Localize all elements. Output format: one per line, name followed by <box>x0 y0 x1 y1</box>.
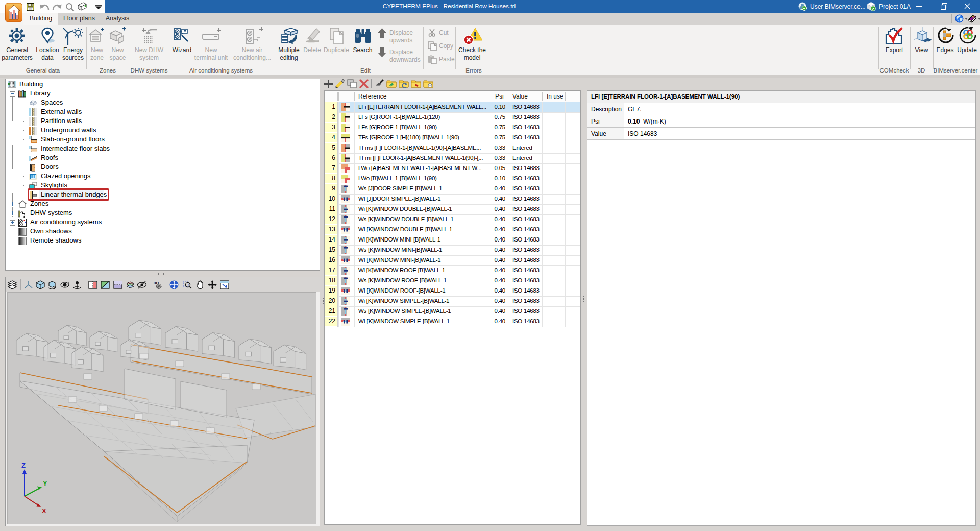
svg-text:3D: 3D <box>154 281 159 285</box>
svg-text:Z: Z <box>21 462 26 469</box>
svg-text:Y: Y <box>43 479 47 487</box>
svg-text:X: X <box>42 507 46 515</box>
